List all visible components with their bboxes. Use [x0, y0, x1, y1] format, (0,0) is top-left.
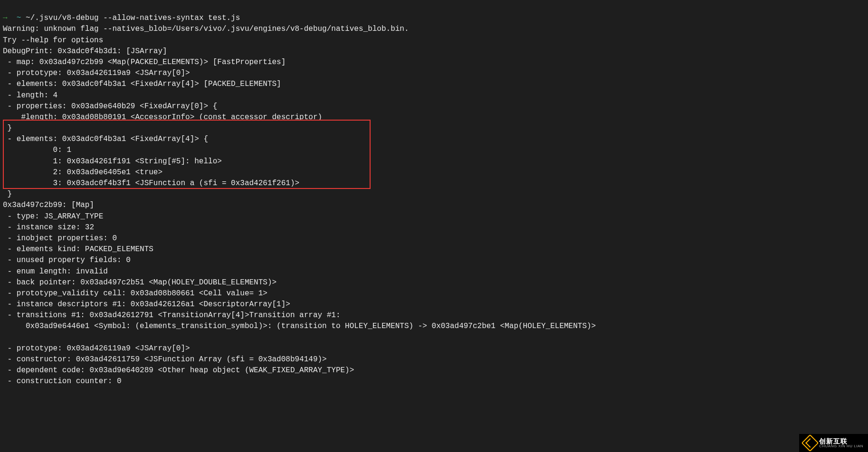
- output-line: - instance size: 32: [3, 223, 94, 232]
- logo-mark-icon: [801, 434, 819, 452]
- prompt-arrow-icon: →: [3, 14, 8, 22]
- output-line: - construction counter: 0: [3, 377, 122, 386]
- output-line: 0x03ad9e6446e1 <Symbol: (elements_transi…: [3, 322, 596, 330]
- output-line: }: [3, 124, 12, 132]
- output-line: - unused property fields: 0: [3, 256, 131, 264]
- terminal-output[interactable]: → ~ ~/.jsvu/v8-debug --allow-natives-syn…: [0, 0, 868, 401]
- output-line: #length: 0x03ad08b80191 <AccessorInfo> (…: [3, 113, 322, 122]
- output-line: }: [3, 190, 12, 198]
- output-line: - inobject properties: 0: [3, 234, 117, 243]
- watermark-logo: 创新互联 CHUANG XIN HU LIAN: [799, 434, 868, 452]
- output-line: - type: JS_ARRAY_TYPE: [3, 212, 103, 221]
- output-line: - map: 0x03ad497c2b99 <Map(PACKED_ELEMEN…: [3, 58, 286, 66]
- output-line: 3: 0x03adc0f4b3f1 <JSFunction a (sfi = 0…: [3, 179, 299, 188]
- output-line: Warning: unknown flag --natives_blob=/Us…: [3, 25, 409, 33]
- output-line: - prototype: 0x03ad426119a9 <JSArray[0]>: [3, 69, 190, 77]
- command-text: ~/.jsvu/v8-debug --allow-natives-syntax …: [26, 14, 240, 22]
- logo-text-cn: 创新互联: [819, 438, 863, 444]
- output-line: - prototype_validity cell: 0x03ad08b8066…: [3, 289, 267, 298]
- output-line: - instance descriptors #1: 0x03ad426126a…: [3, 300, 290, 309]
- output-line: - constructor: 0x03ad42611759 <JSFunctio…: [3, 355, 327, 364]
- output-line: 1: 0x03ad4261f191 <String[#5]: hello>: [3, 157, 222, 166]
- output-line: 2: 0x03ad9e6405e1 <true>: [3, 168, 162, 177]
- output-line: - prototype: 0x03ad426119a9 <JSArray[0]>: [3, 344, 190, 353]
- prompt-tilde: ~: [17, 14, 21, 22]
- output-line: - properties: 0x03ad9e640b29 <FixedArray…: [3, 102, 217, 111]
- logo-text-en: CHUANG XIN HU LIAN: [819, 444, 863, 448]
- output-line: - elements kind: PACKED_ELEMENTS: [3, 245, 153, 254]
- output-line: 0: 1: [3, 146, 71, 154]
- output-line: - enum length: invalid: [3, 267, 108, 276]
- output-line: - elements: 0x03adc0f4b3a1 <FixedArray[4…: [3, 80, 281, 88]
- output-line: Try --help for options: [3, 36, 103, 45]
- output-line: - back pointer: 0x03ad497c2b51 <Map(HOLE…: [3, 278, 277, 287]
- output-line: - length: 4: [3, 91, 57, 100]
- output-line: - elements: 0x03adc0f4b3a1 <FixedArray[4…: [3, 135, 208, 143]
- output-line: - transitions #1: 0x03ad42612791 <Transi…: [3, 311, 341, 320]
- output-line: DebugPrint: 0x3adc0f4b3d1: [JSArray]: [3, 47, 167, 56]
- output-line: 0x3ad497c2b99: [Map]: [3, 201, 94, 209]
- output-line: - dependent code: 0x03ad9e640289 <Other …: [3, 366, 354, 375]
